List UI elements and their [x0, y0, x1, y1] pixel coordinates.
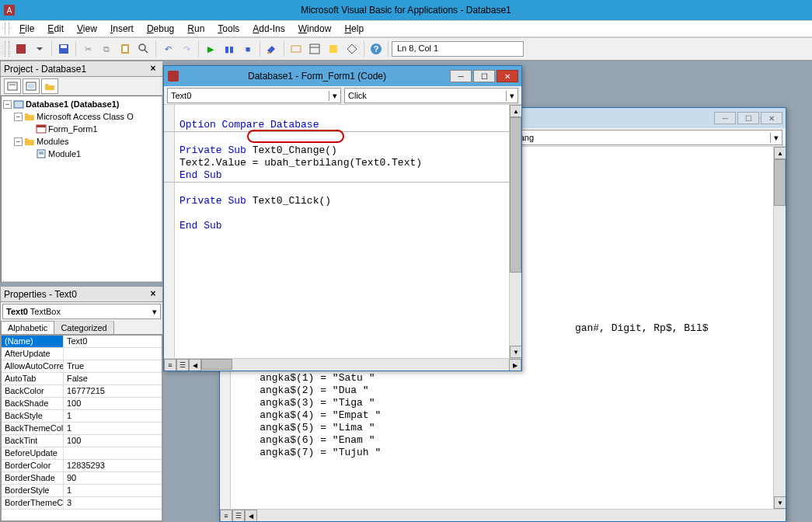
property-row[interactable]: AfterUpdate — [2, 348, 162, 360]
run-icon[interactable]: ▶ — [202, 40, 219, 57]
project-explorer-icon[interactable] — [288, 40, 305, 57]
project-explorer-panel: Project - Database1 × − Database1 (Datab… — [0, 61, 163, 283]
scroll-up-icon[interactable]: ▲ — [774, 147, 786, 159]
app-title: Microsoft Visual Basic for Applications … — [301, 5, 511, 16]
toggle-folders-icon[interactable] — [41, 78, 58, 94]
svg-rect-13 — [329, 45, 337, 53]
property-row[interactable]: BorderColor12835293 — [2, 460, 162, 472]
redo-icon[interactable]: ↷ — [178, 40, 195, 57]
menu-help[interactable]: Help — [338, 22, 370, 36]
save-icon[interactable] — [55, 40, 72, 57]
property-row[interactable]: BorderStyle1 — [2, 485, 162, 497]
scroll-left-icon[interactable]: ◀ — [245, 510, 257, 521]
tab-alphabetic[interactable]: Alphabetic — [1, 321, 54, 334]
properties-icon[interactable] — [306, 40, 323, 57]
property-row[interactable]: BorderThemeColorIndex3 — [2, 497, 162, 510]
procedure-view-icon[interactable]: ≡ — [164, 359, 176, 371]
object-browser-icon[interactable] — [325, 40, 342, 57]
copy-icon[interactable]: ⧉ — [98, 40, 115, 57]
project-tree[interactable]: − Database1 (Database1) − Microsoft Acce… — [1, 96, 162, 282]
view-access-icon[interactable] — [12, 40, 30, 57]
menubar: File Edit View Insert Debug Run Tools Ad… — [0, 20, 812, 37]
property-row[interactable]: BackShade100 — [2, 398, 162, 410]
close-icon[interactable]: ✕ — [497, 70, 518, 82]
horizontal-scrollbar[interactable]: ≡ ☰ ◀ — [220, 509, 786, 521]
paste-icon[interactable] — [117, 40, 134, 57]
tree-folder-class[interactable]: − Microsoft Access Class O — [3, 110, 160, 123]
property-row[interactable]: BackColor16777215 — [2, 385, 162, 398]
break-icon[interactable]: ▮▮ — [221, 40, 238, 57]
toolbar-grip[interactable] — [5, 41, 9, 57]
design-mode-icon[interactable] — [263, 40, 281, 57]
svg-line-8 — [145, 50, 148, 53]
property-row[interactable]: BackTint100 — [2, 435, 162, 447]
menu-tools[interactable]: Tools — [211, 22, 246, 36]
menu-window[interactable]: Window — [292, 22, 338, 36]
svg-rect-20 — [14, 101, 23, 108]
expander-icon[interactable]: − — [3, 100, 12, 109]
vertical-scrollbar[interactable]: ▲ ▼ — [773, 147, 786, 509]
project-close-icon[interactable]: × — [147, 63, 159, 75]
close-icon[interactable]: ✕ — [761, 112, 782, 124]
cut-icon[interactable]: ✂ — [79, 40, 96, 57]
properties-grid[interactable]: (Name)Text0AfterUpdateAllowAutoCorrectTr… — [1, 335, 162, 521]
object-dropdown[interactable]: Text0 ▾ — [167, 88, 341, 103]
insert-module-icon[interactable] — [31, 40, 48, 57]
scroll-up-icon[interactable]: ▲ — [510, 105, 521, 117]
expander-icon[interactable]: − — [14, 113, 23, 121]
form-icon — [36, 124, 47, 134]
full-module-view-icon[interactable]: ☰ — [176, 359, 189, 371]
toolbox-icon[interactable] — [343, 40, 361, 57]
menu-debug[interactable]: Debug — [141, 22, 180, 36]
dropdown-arrow-icon: ▾ — [770, 133, 779, 143]
svg-point-7 — [139, 44, 145, 50]
horizontal-scrollbar[interactable]: ≡ ☰ ◀ ▶ — [164, 358, 521, 371]
procedure-dropdown[interactable]: Click ▾ — [344, 88, 518, 103]
expander-icon[interactable]: − — [14, 137, 23, 146]
undo-icon[interactable]: ↶ — [159, 40, 176, 57]
property-row[interactable]: BackThemeColorIndex1 — [2, 423, 162, 435]
menu-run[interactable]: Run — [181, 22, 211, 36]
menu-edit[interactable]: Edit — [41, 22, 70, 36]
full-module-view-icon[interactable]: ☰ — [232, 510, 245, 521]
scroll-right-icon[interactable]: ▶ — [509, 359, 521, 371]
menu-view[interactable]: View — [71, 22, 103, 36]
help-icon[interactable]: ? — [368, 40, 385, 57]
property-row[interactable]: BackStyle1 — [2, 410, 162, 423]
minimize-icon[interactable]: ─ — [450, 70, 472, 82]
minimize-icon[interactable]: ─ — [714, 112, 736, 124]
tree-folder-modules[interactable]: − Modules — [3, 135, 160, 148]
tree-item-form[interactable]: Form_Form1 — [3, 123, 160, 135]
module-proc-dropdown[interactable]: rbilang ▾ — [504, 130, 782, 145]
property-row[interactable]: (Name)Text0 — [2, 336, 162, 348]
properties-object-combo[interactable]: Text0 TextBox ▾ — [2, 304, 161, 319]
tab-categorized[interactable]: Categorized — [54, 321, 113, 334]
property-row[interactable]: BeforeUpdate — [2, 447, 162, 460]
vertical-scrollbar[interactable]: ▲ ▼ — [509, 105, 521, 358]
menu-insert[interactable]: Insert — [104, 22, 140, 36]
svg-text:A: A — [7, 6, 12, 15]
maximize-icon[interactable]: ☐ — [737, 112, 759, 124]
property-row[interactable]: AutoTabFalse — [2, 373, 162, 385]
tree-root[interactable]: − Database1 (Database1) — [3, 98, 160, 110]
menu-file[interactable]: File — [13, 22, 40, 36]
form-titlebar[interactable]: Database1 - Form_Form1 (Code) ─ ☐ ✕ — [164, 66, 521, 86]
procedure-view-icon[interactable]: ≡ — [220, 510, 232, 521]
view-code-icon[interactable] — [4, 78, 21, 94]
property-row[interactable]: AllowAutoCorrectTrue — [2, 360, 162, 373]
reset-icon[interactable]: ■ — [239, 40, 256, 57]
access-icon: A — [3, 4, 16, 16]
scroll-left-icon[interactable]: ◀ — [189, 359, 201, 371]
form-code-window[interactable]: Database1 - Form_Form1 (Code) ─ ☐ ✕ Text… — [163, 65, 522, 371]
scroll-down-icon[interactable]: ▼ — [510, 346, 521, 358]
form-code-text[interactable]: Option Compare Database Private Sub Text… — [164, 105, 521, 234]
find-icon[interactable] — [135, 40, 152, 57]
property-row[interactable]: BorderShade90 — [2, 472, 162, 485]
properties-close-icon[interactable]: × — [147, 288, 159, 301]
menu-addins[interactable]: Add-Ins — [246, 22, 291, 36]
maximize-icon[interactable]: ☐ — [473, 70, 495, 82]
tree-item-module[interactable]: Module1 — [3, 148, 160, 160]
menubar-grip[interactable] — [5, 23, 9, 35]
view-object-icon[interactable] — [23, 78, 40, 94]
scroll-down-icon[interactable]: ▼ — [774, 496, 786, 509]
